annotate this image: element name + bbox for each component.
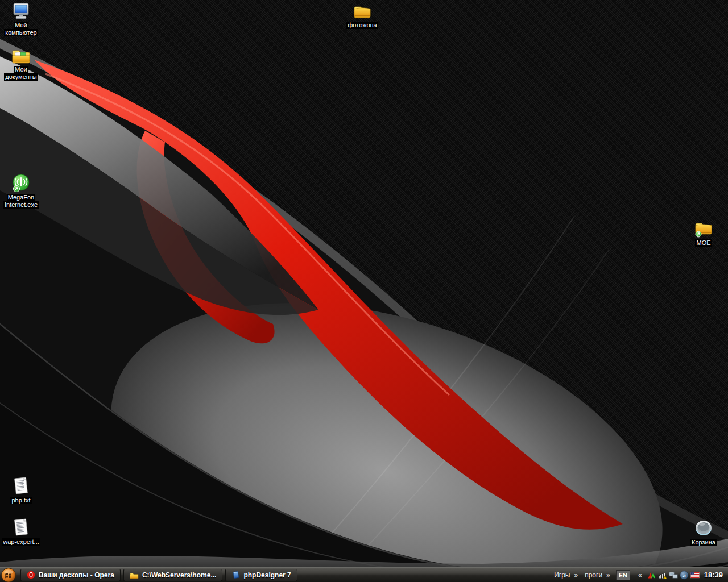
signal-warning-icon[interactable] — [658, 571, 667, 580]
icon-label: Мой компьютер — [4, 22, 38, 36]
taskbar-button-webservers[interactable]: C:\WebServers\home... — [123, 569, 223, 581]
svg-text:a: a — [682, 572, 686, 578]
us-flag-icon[interactable] — [690, 571, 700, 580]
system-tray: a — [647, 571, 700, 580]
desktop-icon-php-txt[interactable]: php.txt — [0, 476, 42, 504]
chevron-expand-icon[interactable]: » — [574, 571, 577, 579]
icon-label: Мои документы — [4, 66, 38, 81]
taskbar-button-label: phpDesigner 7 — [243, 571, 291, 579]
icon-label: wap-expert... — [2, 538, 40, 546]
taskbar: Ваши дескопы - Opera C:\WebServers\home.… — [0, 567, 728, 582]
desktop-icon-my-documents[interactable]: Мои документы — [0, 45, 42, 81]
chevron-expand-icon[interactable]: » — [606, 571, 610, 579]
icon-label-line: wap-expert... — [2, 538, 40, 546]
taskbar-right-cluster: Игры » проги » EN « — [548, 570, 728, 580]
desktop-icon-recycle-bin[interactable]: Корзина — [682, 518, 725, 546]
folder-icon — [353, 1, 372, 20]
network-computers-icon[interactable] — [669, 571, 678, 580]
icon-label: Корзина — [690, 539, 717, 546]
taskbar-button-label: C:\WebServers\home... — [142, 571, 217, 579]
icon-label-line: php.txt — [10, 497, 31, 504]
desktop-icon-fotozhopa[interactable]: фотожопа — [341, 1, 383, 29]
taskbar-button-opera[interactable]: Ваши дескопы - Opera — [20, 569, 121, 581]
taskbar-button-phpdesigner[interactable]: phpDesigner 7 — [225, 569, 297, 581]
icon-label-line: МОЁ — [695, 239, 712, 247]
wallpaper-swirl-art — [0, 0, 728, 582]
icon-label: MegaFon Internet.exe — [3, 194, 39, 209]
icon-label-line: Мои — [14, 66, 28, 73]
chevron-collapse-icon[interactable]: « — [638, 571, 642, 579]
desktop-screen: Мой компьютер Мои документы — [0, 0, 728, 582]
desktop-wallpaper — [0, 0, 728, 582]
icon-label: фотожопа — [346, 22, 378, 29]
computer-icon — [11, 1, 31, 20]
icon-label: php.txt — [10, 497, 31, 504]
desktop-icon-megafon[interactable]: MegaFon Internet.exe — [0, 173, 42, 209]
megafon-signal-icon — [11, 173, 31, 193]
toolbar-progi[interactable]: проги — [585, 571, 602, 579]
icon-label-line: компьютер — [4, 29, 38, 36]
recycle-bin-icon — [693, 518, 714, 538]
desktop-icon-moyo[interactable]: МОЁ — [682, 219, 725, 247]
taskbar-button-label: Ваши дескопы - Opera — [39, 571, 114, 579]
avast-icon[interactable]: a — [680, 571, 689, 580]
text-file-icon — [12, 476, 30, 496]
modem-signal-icon[interactable] — [647, 571, 656, 580]
desktop-icon-wap-expert[interactable]: wap-expert... — [0, 518, 42, 546]
phpdesigner-icon — [231, 571, 240, 579]
start-button[interactable] — [1, 568, 16, 582]
icon-label-line: Internet.exe — [3, 201, 39, 209]
folder-shortcut-icon — [694, 219, 713, 238]
icon-label-line: фотожопа — [346, 22, 378, 29]
desktop-icon-my-computer[interactable]: Мой компьютер — [0, 1, 42, 36]
folder-icon — [130, 571, 139, 579]
icon-label: МОЁ — [695, 239, 712, 247]
folder-documents-icon — [11, 45, 31, 65]
icon-label-line: Корзина — [690, 539, 717, 546]
language-indicator[interactable]: EN — [616, 570, 630, 580]
icon-label-line: документы — [4, 73, 38, 81]
taskbar-clock[interactable]: 18:39 — [704, 571, 723, 579]
toolbar-games[interactable]: Игры — [554, 571, 570, 579]
opera-icon — [27, 571, 35, 579]
icon-label-line: Мой — [14, 22, 28, 29]
text-file-icon — [12, 518, 30, 537]
icon-label-line: MegaFon — [7, 194, 35, 201]
